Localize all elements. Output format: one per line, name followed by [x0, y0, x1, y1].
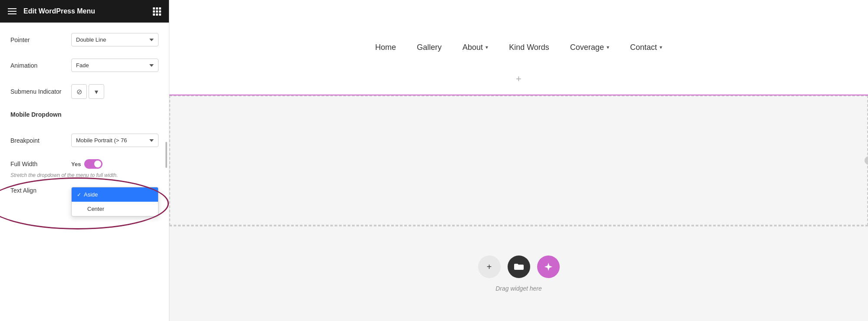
contact-chevron-icon: ▾ [660, 44, 662, 50]
full-width-helper: Stretch the dropdown of the menu to full… [10, 172, 158, 178]
coverage-chevron-icon: ▾ [607, 44, 609, 50]
action-buttons: + [478, 255, 560, 278]
full-width-toggle-label: Yes [71, 161, 81, 167]
nav-item-home[interactable]: Home [375, 43, 396, 52]
ai-sparkle-icon [544, 262, 553, 272]
full-width-toggle[interactable] [84, 159, 102, 169]
pointer-label: Pointer [10, 36, 71, 43]
hamburger-icon[interactable] [8, 8, 17, 14]
mobile-dropdown-section: Mobile Dropdown [10, 111, 158, 127]
text-align-dropdown-menu: ✓ Aside Center [71, 187, 158, 216]
nav-preview: Home Gallery About ▾ Kind Words Coverage… [169, 0, 868, 95]
text-align-label: Text Align [10, 187, 71, 194]
about-chevron-icon: ▾ [485, 44, 488, 50]
text-align-option-aside[interactable]: ✓ Aside [72, 187, 158, 202]
preview-panel: › Home Gallery About ▾ Kind Words Covera… [169, 0, 868, 321]
nav-item-contact[interactable]: Contact ▾ [630, 43, 662, 52]
pointer-row: Pointer Double Line [10, 33, 158, 46]
submenu-indicator-label: Submenu Indicator [10, 88, 71, 95]
full-width-label: Full Width [10, 160, 71, 167]
panel-title: Edit WordPress Menu [23, 7, 146, 15]
scrollbar[interactable] [165, 142, 167, 168]
breakpoint-label: Breakpoint [10, 137, 71, 144]
settings-panel: Edit WordPress Menu Pointer Double Line … [0, 0, 169, 321]
grid-icon[interactable] [153, 7, 161, 16]
mobile-dropdown-label: Mobile Dropdown [10, 111, 61, 118]
full-width-row: Full Width Yes [10, 159, 158, 169]
animation-row: Animation Fade [10, 59, 158, 72]
ai-button[interactable] [537, 255, 560, 278]
panel-body: Pointer Double Line Animation Fade Subme… [0, 23, 169, 321]
animation-select[interactable]: Fade [71, 59, 158, 72]
drag-hint: Drag widget here [495, 285, 542, 292]
animation-label: Animation [10, 62, 71, 69]
nav-item-coverage[interactable]: Coverage ▾ [570, 43, 609, 52]
nav-menu: Home Gallery About ▾ Kind Words Coverage… [375, 43, 662, 52]
submenu-indicator-row: Submenu Indicator ⊘ ▾ [10, 84, 158, 99]
add-widget-button[interactable]: + [478, 255, 501, 278]
folder-button[interactable] [508, 255, 530, 278]
panel-header: Edit WordPress Menu [0, 0, 169, 23]
breakpoint-select[interactable]: Mobile Portrait (> 76 [71, 134, 158, 147]
nav-add-button[interactable]: + [512, 72, 526, 86]
nav-item-about[interactable]: About ▾ [462, 43, 488, 52]
submenu-indicator-dropdown-button[interactable]: ▾ [89, 84, 104, 99]
breakpoint-row: Breakpoint Mobile Portrait (> 76 [10, 134, 158, 147]
nav-item-gallery[interactable]: Gallery [417, 43, 442, 52]
submenu-indicator-none-button[interactable]: ⊘ [71, 84, 87, 99]
submenu-indicator-buttons: ⊘ ▾ [71, 84, 104, 99]
pointer-select[interactable]: Double Line [71, 33, 158, 46]
bottom-drop-area: + Drag widget here [169, 226, 868, 321]
text-align-row: Text Align ✓ Aside Center [10, 187, 158, 194]
middle-drop-zone [169, 95, 868, 226]
checkmark-icon: ✓ [77, 192, 81, 198]
folder-icon [514, 263, 524, 271]
text-align-option-center[interactable]: Center [72, 202, 158, 216]
nav-item-kind-words[interactable]: Kind Words [509, 43, 549, 52]
full-width-toggle-container: Yes [71, 159, 102, 169]
